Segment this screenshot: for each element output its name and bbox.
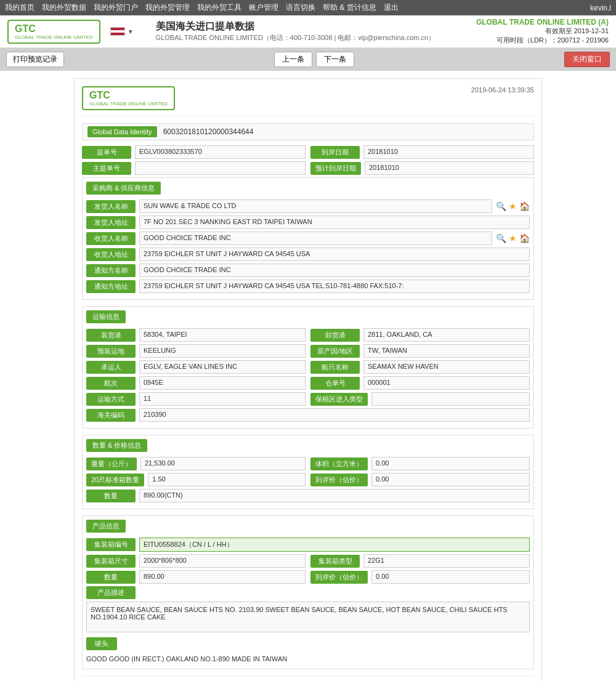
doc-timestamp: 2019-06-24 13:39:35 — [471, 86, 534, 94]
nav-links: 我的首页 我的外贸数据 我的外贸门户 我的外贸管理 我的外贸工具 账户管理 语言… — [5, 2, 399, 13]
discharge-port-label: 卸货港 — [310, 329, 360, 342]
bonded-group: 保税区进入类型 — [310, 392, 530, 406]
planned-date-value: 20181010 — [365, 161, 534, 175]
customs-value: 210390 — [139, 408, 530, 422]
flag-selector[interactable]: ▼ — [110, 27, 134, 36]
volume-group: 体积（立方米） 0.00 — [310, 457, 530, 470]
site-header: GTC GLOBAL TRADE ONLINE LIMITED ▼ 美国海关进口… — [0, 15, 616, 48]
consignee-search-icon[interactable]: 🔍 — [496, 233, 506, 243]
container-type-label: 集装箱类型 — [310, 555, 360, 568]
next-button[interactable]: 下一条 — [316, 52, 354, 67]
nav-home[interactable]: 我的首页 — [5, 2, 34, 13]
nav-portal[interactable]: 我的外贸门户 — [94, 2, 138, 13]
arrival-date-value: 20181010 — [363, 145, 534, 159]
nav-tools[interactable]: 我的外贸工具 — [197, 2, 241, 13]
quantity-title-bar: 数量 & 价格信息 — [86, 439, 147, 452]
container-size-group: 集装箱尺寸 2000*806*800 — [86, 554, 306, 568]
gdi-value: 600320181012000034464​4 — [163, 127, 254, 136]
shipper-name-value: SUN WAVE & TRADE CO LTD — [139, 199, 492, 213]
bonded-value — [371, 392, 530, 406]
nav-account[interactable]: 账户管理 — [249, 2, 278, 13]
prev-button[interactable]: 上一条 — [274, 52, 312, 67]
consignee-star-icon[interactable]: ★ — [509, 233, 517, 243]
product-title-bar: 产品信息 — [86, 520, 126, 533]
valid-until: 有效期至 2019-12-31 — [476, 26, 609, 36]
shipper-name-label: 发货人名称 — [86, 200, 136, 213]
quantity-section: 数量 & 价格信息 重量（公斤） 21,530.00 体积（立方米） 0.00 … — [82, 435, 534, 509]
product-section-title: 产品信息 — [86, 520, 530, 533]
containers-20-value: 1.50 — [148, 473, 306, 486]
notify-addr-row: 通知方地址 23759 EICHLER ST UNIT J HAYWARD CA… — [86, 280, 530, 293]
carrier-vessel-row: 承运人 EGLV, EAGLE VAN LINES INC 船只名称 SEAMA… — [86, 360, 530, 374]
carrier-label: 承运人 — [86, 361, 136, 374]
weight-volume-row: 重量（公斤） 21,530.00 体积（立方米） 0.00 — [86, 457, 530, 470]
shipper-star-icon[interactable]: ★ — [509, 201, 517, 211]
arrival-date-group: 到岸日期 20181010 — [310, 145, 534, 159]
master-bill-group: 主提单号 — [82, 161, 306, 175]
consignee-addr-value: 23759 EICHLER ST UNIT J HAYWARD CA 94545… — [139, 248, 530, 261]
voyage-label: 航次 — [86, 377, 136, 390]
product-qty-group: 数量 890.00 — [86, 570, 306, 584]
master-bill-label: 主提单号 — [82, 162, 131, 175]
close-button[interactable]: 关闭窗口 — [564, 52, 610, 67]
vessel-label: 船只名称 — [310, 361, 360, 374]
consignee-name-row: 收货人名称 GOOD CHOICE TRADE INC 🔍 ★ 🏠 — [86, 232, 530, 245]
container-size-type-row: 集装箱尺寸 2000*806*800 集装箱类型 22G1 — [86, 554, 530, 568]
arrival-price-value: 0.00 — [371, 473, 530, 486]
pre-load-value: KEELUNG — [139, 344, 306, 358]
nav-logout[interactable]: 退出 — [384, 2, 399, 13]
container-size-label: 集装箱尺寸 — [86, 555, 136, 568]
consignee-name-value: GOOD CHOICE TRADE INC — [139, 232, 492, 245]
notify-name-label: 通知方名称 — [86, 264, 136, 277]
product-section: 产品信息 集装箱编号 EITU0558824（CN / L / HH） 集装箱尺… — [82, 515, 534, 669]
product-desc-label-row: 产品描述 — [86, 586, 530, 599]
nav-management[interactable]: 我的外贸管理 — [145, 2, 190, 13]
logo: GTC GLOBAL TRADE ONLINE LIMITED — [7, 20, 100, 44]
us-flag — [110, 27, 125, 36]
company-name: GLOBAL TRADE ONLINE LIMITED (A) — [476, 18, 609, 26]
marks-button[interactable]: 唛头 — [86, 637, 117, 650]
product-price-group: 到岸价（估价） 0.00 — [310, 570, 530, 584]
logo-area: GTC GLOBAL TRADE ONLINE LIMITED — [7, 20, 100, 44]
nav-help[interactable]: 帮助 & 货计信息 — [323, 2, 376, 13]
top-toolbar: 打印预览记录 上一条 下一条 关闭窗口 — [0, 48, 616, 71]
product-price-label: 到岸价（估价） — [310, 571, 368, 584]
shipper-search-icon[interactable]: 🔍 — [496, 201, 506, 211]
voyage-value: 0945E — [139, 376, 306, 390]
document-container: GTC GLOBAL TRADE ONLINE LIMITED 2019-06-… — [74, 78, 542, 681]
master-planned-row: 主提单号 预计到岸日期 20181010 — [82, 161, 534, 175]
nav-language[interactable]: 语言切换 — [286, 2, 315, 13]
consignee-home-icon[interactable]: 🏠 — [519, 233, 530, 243]
shipper-addr-row: 发货人地址 7F NO 201 SEC 3 NANKING EAST RD TA… — [86, 216, 530, 229]
product-desc-value: SWEET BEAN SAUCE, BEAN SAUCE HTS NO. 210… — [86, 602, 530, 632]
consignee-addr-row: 收货人地址 23759 EICHLER ST UNIT J HAYWARD CA… — [86, 248, 530, 261]
quantity-label: 数量 — [86, 490, 136, 502]
product-container-no-label: 集装箱编号 — [86, 538, 136, 551]
print-button[interactable]: 打印预览记录 — [6, 52, 64, 67]
volume-value: 0.00 — [371, 457, 530, 470]
doc-header: GTC GLOBAL TRADE ONLINE LIMITED 2019-06-… — [82, 86, 534, 116]
supplier-section: 采购商 & 供应商信息 发货人名称 SUN WAVE & TRADE CO LT… — [82, 177, 534, 300]
load-port-group: 装货港 58304, TAIPEI — [86, 328, 306, 342]
discharge-port-value: 2811, OAKLAND, CA — [363, 328, 530, 342]
quantity-section-title: 数量 & 价格信息 — [86, 439, 530, 452]
flag-dropdown-icon[interactable]: ▼ — [128, 28, 134, 35]
vessel-group: 船只名称 SEAMAX NEW HAVEN — [310, 360, 530, 374]
bill-arrival-row: 提单号 EGLV003802333570 到岸日期 20181010 — [82, 145, 534, 159]
transport-title-bar: 运输信息 — [86, 310, 126, 323]
origin-value: TW, TAIWAN — [363, 344, 530, 358]
global-data-identity-row: Global Data Identity 6003201810120000344… — [82, 123, 534, 140]
pre-load-label: 预装运地 — [86, 345, 136, 358]
gdi-label: Global Data Identity — [87, 126, 157, 137]
ldr-info: 可用时段（LDR）：200712 - 201906 — [476, 36, 609, 45]
weight-value: 21,530.00 — [140, 457, 306, 470]
nav-trade-data[interactable]: 我的外贸数据 — [42, 2, 86, 13]
shipper-home-icon[interactable]: 🏠 — [519, 201, 530, 211]
doc-footer: 美国海关进口提单数据 1 / 1 60032018101200003446​44 — [82, 675, 534, 681]
product-container-no-row: 集装箱编号 EITU0558824（CN / L / HH） — [86, 538, 530, 552]
shipper-addr-value: 7F NO 201 SEC 3 NANKING EAST RD TAIPEI T… — [139, 216, 530, 229]
load-port-label: 装货港 — [86, 329, 136, 342]
bill-no-value: EGLV003802333570 — [135, 145, 306, 159]
transport-section: 运输信息 装货港 58304, TAIPEI 卸货港 2811, OAKLAND… — [82, 306, 534, 429]
consignee-name-icons: 🔍 ★ 🏠 — [496, 233, 530, 243]
